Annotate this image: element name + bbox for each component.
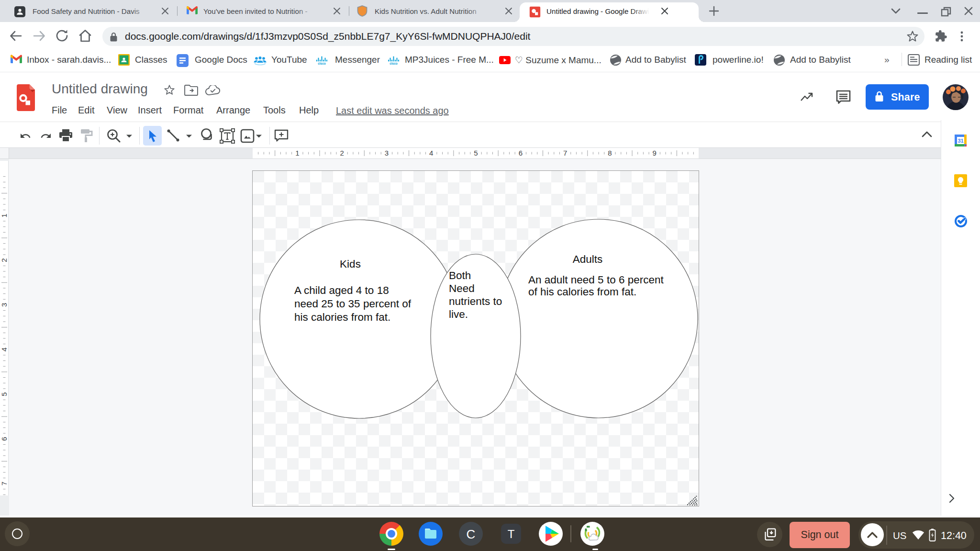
svg-text:cisco: cisco [390,62,398,65]
svg-text:2: 2 [0,258,8,262]
svg-text:3: 3 [0,303,8,307]
svg-text:3: 3 [385,149,389,157]
svg-text:5: 5 [474,149,478,157]
svg-text:1: 1 [0,214,8,217]
svg-text:6: 6 [0,437,8,441]
svg-text:cisco: cisco [318,62,326,65]
svg-text:4: 4 [0,348,8,351]
svg-text:8: 8 [608,149,612,157]
svg-text:6: 6 [519,149,523,157]
svg-text:4: 4 [429,149,433,157]
svg-text:7: 7 [0,482,8,485]
svg-text:31: 31 [958,138,963,144]
svg-text:5: 5 [0,392,8,396]
svg-text:1: 1 [295,149,299,157]
svg-text:9: 9 [653,149,657,157]
svg-text:2: 2 [340,149,344,157]
svg-text:7: 7 [563,149,567,157]
